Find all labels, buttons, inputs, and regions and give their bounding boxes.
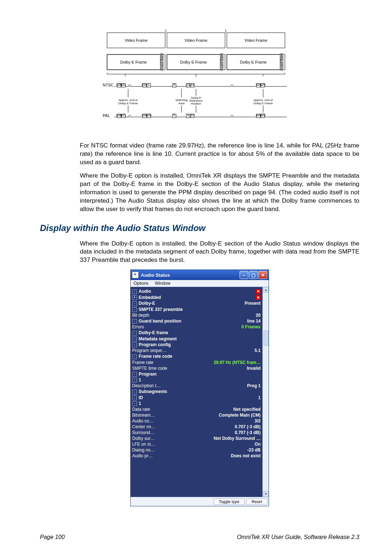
node-errors: Errors: [132, 324, 144, 329]
maximize-button[interactable]: ▢: [249, 271, 258, 279]
node-sub-1[interactable]: 1: [139, 401, 141, 406]
svg-text:Dolby E Frame: Dolby E Frame: [118, 102, 138, 105]
audio-status-window: Audio Status – ▢ ✕ Options Window -Audio…: [130, 270, 269, 506]
svg-text:Switching: Switching: [175, 98, 188, 102]
value-id: 1: [258, 395, 261, 400]
svg-text:Dolby E Frame: Dolby E Frame: [120, 60, 147, 64]
node-dialog: Dialog no…: [132, 447, 155, 453]
svg-text:625: 625: [260, 113, 265, 117]
svg-text:9: 9: [187, 113, 189, 117]
svg-text:Area: Area: [178, 102, 185, 105]
value-smpte-tc: Invalid: [247, 366, 261, 371]
svg-text:525: 525: [260, 83, 265, 86]
window-title: Audio Status: [132, 272, 170, 278]
node-frame-rate-code[interactable]: Frame rate code: [139, 354, 172, 359]
scrollbar[interactable]: ▴ ▾: [262, 287, 269, 497]
svg-text:9: 9: [173, 83, 175, 86]
svg-text:5: 5: [173, 113, 175, 117]
status-error-icon: ✕: [256, 295, 261, 300]
section-heading: Display within the Audio Status Window: [40, 223, 359, 233]
node-frame-rate: Frame rate: [132, 360, 154, 365]
node-guard-band[interactable]: Guard band position: [139, 319, 181, 324]
app-icon: [132, 272, 139, 278]
menubar: Options Window: [131, 280, 269, 287]
menu-options[interactable]: Options: [134, 281, 148, 286]
paragraph-3: Where the Dolby-E option is installed, t…: [80, 240, 359, 265]
node-program-1[interactable]: 1: [139, 377, 141, 382]
value-surround: 0.707 (-3 dB): [235, 430, 261, 435]
node-audio-co: Audio co…: [132, 418, 154, 424]
tree-view[interactable]: -Audio✕ +Embedded✕ -Dolby-EPresent -SMPT…: [131, 287, 269, 497]
scroll-thumb[interactable]: [264, 331, 269, 346]
reset-button[interactable]: Reset: [246, 498, 268, 505]
scroll-down-icon[interactable]: ▾: [263, 491, 269, 497]
svg-text:Guard Band: Guard Band: [280, 53, 283, 71]
node-embedded[interactable]: Embedded: [139, 295, 161, 300]
svg-text:Dolby E Frame: Dolby E Frame: [240, 60, 266, 64]
value-guard-band: line 14: [247, 319, 261, 324]
svg-text:14: 14: [191, 83, 194, 86]
svg-text:Dolby E Frame: Dolby E Frame: [180, 60, 207, 64]
node-surround: Surround…: [132, 430, 154, 435]
value-audio-pr: Does not exist: [231, 453, 261, 458]
node-program-config[interactable]: Program config: [139, 342, 171, 347]
paragraph-1: For NTSC format video (frame rate 29.97H…: [80, 142, 359, 167]
svg-text:10: 10: [191, 113, 194, 117]
node-smpte-preamble[interactable]: SMPTE 337 preamble: [139, 307, 183, 312]
value-center-mi: 0.707 (-3 dB): [235, 424, 261, 429]
footer-right: OmniTek XR User Guide, Software Release …: [237, 534, 359, 540]
svg-text:625: 625: [146, 113, 151, 117]
svg-text:521: 521: [121, 83, 126, 86]
node-data-rate: Data rate: [132, 407, 150, 412]
node-id[interactable]: ID: [139, 395, 143, 400]
footer-left: Page 100: [40, 534, 65, 540]
node-lfe: LFE on st…: [132, 442, 155, 447]
value-dolbye: Present: [245, 301, 261, 306]
close-button[interactable]: ✕: [258, 271, 267, 279]
svg-text:Dolby E Frame: Dolby E Frame: [253, 102, 273, 105]
timing-diagram: Video Frame Video Frame Video Frame: [100, 29, 299, 127]
node-dolby-sur: Dolby sur…: [132, 436, 155, 441]
menu-window[interactable]: Window: [155, 281, 171, 286]
value-errors: 0 Frames: [241, 324, 261, 329]
svg-text:PAL: PAL: [103, 113, 110, 118]
svg-text:13: 13: [186, 83, 190, 86]
svg-text:Approx. end of: Approx. end of: [118, 98, 138, 102]
node-smpte-tc: SMPTE time code: [132, 366, 167, 371]
toggle-type-button[interactable]: Toggle type: [213, 498, 245, 505]
value-data-rate: Not specified: [233, 407, 261, 412]
node-dolbye-frame[interactable]: Dolby-E frame: [139, 330, 168, 335]
status-error-icon: ✕: [256, 289, 261, 294]
svg-text:621: 621: [121, 113, 126, 117]
node-bit-depth: Bit depth: [132, 313, 149, 318]
svg-text:Video Frame: Video Frame: [185, 38, 208, 42]
node-bitstream: Bitstream…: [132, 413, 155, 418]
svg-text:Video Frame: Video Frame: [125, 38, 148, 42]
value-dolby-sur: Not Dolby Surround …: [214, 436, 261, 441]
value-bit-depth: 20: [256, 313, 261, 318]
svg-text:Guard Band: Guard Band: [160, 53, 164, 71]
node-program-seq: Program seque…: [132, 348, 166, 353]
value-lfe: On: [254, 442, 261, 447]
paragraph-2: Where the Dolby-E option is installed, O…: [80, 172, 359, 214]
value-audio-co: 3/2: [254, 418, 261, 424]
node-audio[interactable]: Audio: [139, 289, 151, 294]
value-description: Prog 1: [247, 383, 261, 388]
node-audio-pr: Audio pr…: [132, 453, 153, 458]
value-frame-rate: 29.97 Hz (NTSC fram…: [214, 360, 261, 365]
node-description: Description t…: [132, 383, 161, 388]
node-subsegments[interactable]: Subsegments: [139, 389, 167, 394]
svg-text:Position: Position: [191, 102, 201, 105]
node-dolbye[interactable]: Dolby-E: [139, 301, 155, 306]
scroll-up-icon[interactable]: ▴: [263, 287, 269, 293]
node-program[interactable]: Program: [139, 372, 156, 377]
body-text-2: Where the Dolby-E option is installed, t…: [80, 240, 359, 265]
page: Video Frame Video Frame Video Frame: [0, 0, 392, 521]
svg-text:Guard Band: Guard Band: [220, 53, 224, 71]
node-center-mi: Center mi…: [132, 424, 155, 429]
titlebar[interactable]: Audio Status – ▢ ✕: [131, 270, 269, 280]
node-metadata-segment[interactable]: Metadata segment: [139, 336, 177, 341]
svg-text:Approx. end of: Approx. end of: [253, 98, 273, 102]
svg-text:Video Frame: Video Frame: [245, 38, 268, 42]
minimize-button[interactable]: –: [240, 271, 248, 279]
